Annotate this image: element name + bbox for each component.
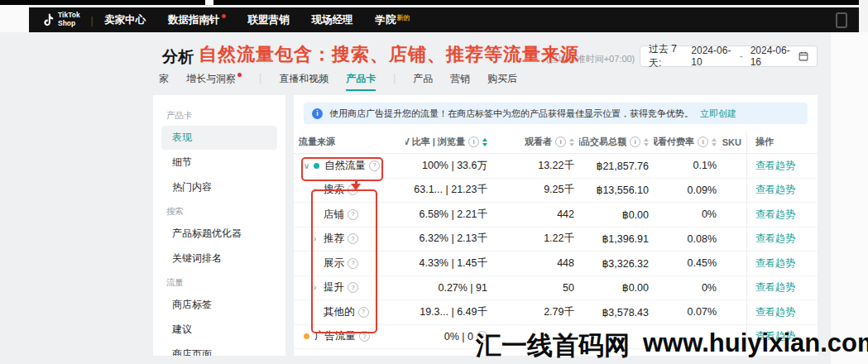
view-pay-rate-cell: 0.09% [654,179,722,203]
sort-icon[interactable] [712,138,717,146]
source-dot-icon [304,333,309,339]
viewers-cell: 448 [492,251,579,275]
gmv-cell: ฿1,396.91 [579,228,654,251]
column-header-label: 观看付费率 [654,136,694,148]
traffic-source-table: 流量来源PV 比率 | 浏览量i观看者i商品交易总额i观看付费率iSKU操作 ∨… [294,131,818,356]
sort-icon[interactable] [569,138,574,146]
help-icon[interactable]: ? [348,184,358,195]
sidebar-item-title-optimizer[interactable]: 产品标题优化器 [161,222,277,246]
table-row-shop: 店铺?6.58% | 2.21千442฿0.000%查看趋势 [294,203,818,228]
phone-icon[interactable] [836,12,847,28]
view-trends-link[interactable]: 查看趋势 [755,232,795,246]
nav-item-seller-center[interactable]: 卖家中心 [104,13,146,27]
nav-item-live-manager[interactable]: 现场经理 [312,13,353,27]
help-icon[interactable]: ? [348,258,358,269]
date-range-picker[interactable]: 过去 7 天: 2024-06-10 - 2024-06-16 [640,46,818,67]
pv-value: 6.58% | 2.21千 [420,208,487,222]
gmv-cell: ฿0.00 [579,276,654,300]
sku-cell [722,228,746,251]
sort-up-arrow [644,138,649,141]
gmv-cell: ฿21,857.76 [579,154,654,178]
sidebar-item-details[interactable]: 细节 [161,151,277,175]
sidebar-item-popular-content[interactable]: 热门内容 [161,175,277,199]
view-trends-link[interactable]: 查看趋势 [755,305,795,319]
column-header-viewers[interactable]: 观看者i [492,131,579,153]
gmv-cell: ฿3,578.43 [579,300,654,324]
help-icon[interactable]: ? [358,307,369,318]
date-start: 2024-06-10 [691,45,731,68]
expand-caret-icon[interactable]: › [314,234,324,243]
column-info-icon[interactable]: i [555,136,566,147]
top-right-margin [859,0,868,32]
calendar-icon [798,51,808,61]
sort-icon[interactable] [482,138,487,146]
expand-caret-icon[interactable]: › [314,185,324,194]
table-body: ∨自然流量?100% | 33.6万13.22千฿21,857.760.1%查看… [294,154,818,349]
view-trends-link[interactable]: 查看趋势 [755,183,795,197]
create-now-link[interactable]: 立即创建 [700,108,736,120]
tab-live-video[interactable]: 直播和视频 [279,72,328,89]
help-icon[interactable]: ? [359,331,370,342]
tab-product-card[interactable]: 产品卡 [346,72,376,91]
nav-items: 卖家中心数据指南针联盟营销现场经理学院新的 [104,13,433,27]
tab-growth-insights[interactable]: 增长与洞察 [186,72,242,89]
view-trends-link[interactable]: 查看趋势 [755,159,795,173]
column-header-label: 流量来源 [299,136,335,148]
view-pay-rate-cell: 0% [654,276,722,300]
sidebar-section-title: 搜索 [166,206,272,218]
help-icon[interactable]: ? [348,282,358,293]
traffic-source-cell: ›推荐? [294,228,405,251]
collapse-caret-icon[interactable]: ∨ [304,161,314,170]
column-header-label: 操作 [755,136,774,148]
tab-product[interactable]: 产品 [413,72,433,89]
column-info-icon[interactable]: i [630,136,640,147]
analytics-tabs: 家增长与洞察|直播和视频产品卡|产品营销购买后 [159,72,517,87]
column-info-icon[interactable]: i [698,136,708,147]
view-trends-link[interactable]: 查看趋势 [755,208,795,222]
traffic-source-cell: 店铺? [294,203,405,227]
sidebar-item-shop-pages[interactable]: 商店页面 [161,342,277,356]
expand-caret-icon[interactable]: › [314,283,324,292]
column-info-icon[interactable]: i [468,136,479,147]
banner-text: 使用商店广告提升您的流量！在商店标签中为您的产品获得最佳显示位置，获得竞争优势。 [329,108,693,120]
sort-down-arrow [712,143,717,146]
sku-cell [722,154,746,178]
sidebar-item-keyword-ranking[interactable]: 关键词排名 [161,247,277,271]
tab-home[interactable]: 家 [159,72,169,89]
source-label: 广告流量 [314,329,356,343]
nav-item-affiliate-marketing[interactable]: 联盟营销 [248,13,290,27]
nav-item-data-compass[interactable]: 数据指南针 [168,13,226,27]
sku-cell [722,203,746,227]
sort-down-arrow [569,143,574,146]
tab-marketing[interactable]: 营销 [450,72,470,89]
sidebar-item-shop-tab[interactable]: 商店标签 [161,293,277,317]
column-header-gmv[interactable]: 商品交易总额i [579,131,654,153]
view-trends-link[interactable]: 查看趋势 [755,280,795,295]
date-range-label: 过去 7 天: [649,42,683,70]
pv-value: 6.32% | 2.13千 [420,232,487,246]
help-icon[interactable]: ? [348,209,358,220]
column-header-view-pay-rate[interactable]: 观看付费率i [654,131,722,153]
sort-icon[interactable] [644,138,649,146]
column-header-pv-rate-views[interactable]: PV 比率 | 浏览量i [405,131,492,153]
screenshot-root: TikTokShop | 卖家中心数据指南针联盟营销现场经理学院新的 分析 自然… [0,0,868,364]
tab-post-purchase[interactable]: 购买后 [487,72,517,89]
sidebar-item-suggestions[interactable]: 建议 [161,318,277,342]
view-trends-link[interactable]: 查看趋势 [755,256,795,271]
sku-cell [722,251,746,275]
pv-value: 100% | 33.6万 [422,159,487,173]
source-label: 推荐 [324,232,344,246]
viewers-cell: 13.22千 [492,154,579,178]
sidebar-section-title: 产品卡 [166,110,272,122]
source-label: 自然流量 [324,159,366,173]
help-icon[interactable]: ? [369,160,380,171]
traffic-source-cell: 其他的? [294,300,405,324]
nav-item-academy[interactable]: 学院新的 [376,13,410,27]
pv-rate-views-cell: 63.1... | 21.23千 [405,179,492,203]
help-icon[interactable]: ? [348,233,358,244]
tiktok-shop-logo[interactable]: TikTokShop [41,12,80,28]
table-header-row: 流量来源PV 比率 | 浏览量i观看者i商品交易总额i观看付费率iSKU操作 [294,131,818,154]
column-header-traffic-source: 流量来源 [294,131,405,153]
sidebar-item-performance[interactable]: 表现 [161,126,277,150]
tab-divider: | [393,72,396,84]
